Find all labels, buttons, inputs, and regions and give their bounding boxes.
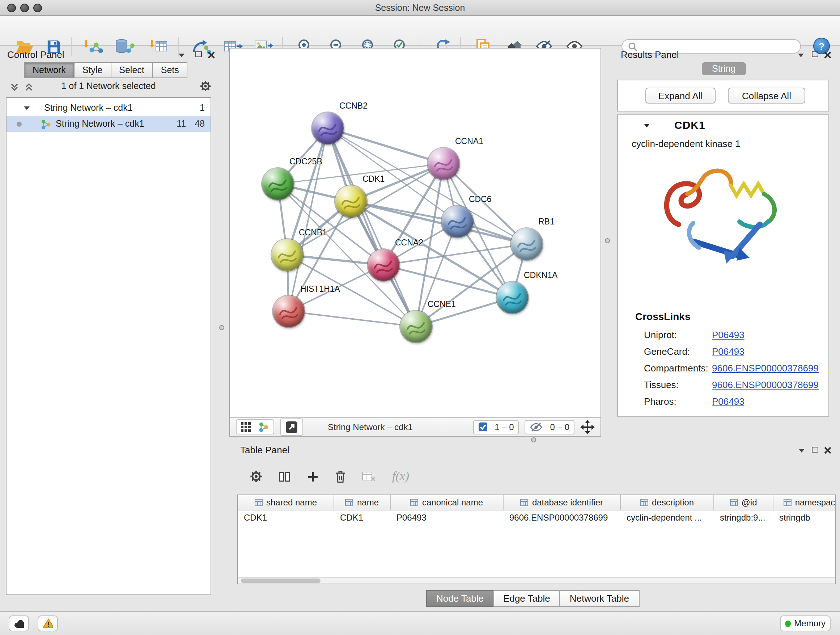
network-view: CCNB2CCNA1CDC25BCDK1CDC6RB1CCNB1CCNA2CDK… (229, 48, 601, 437)
scrollbar-thumb[interactable] (241, 578, 321, 583)
delete-table-icon-disabled[interactable] (362, 470, 376, 482)
protein-disclosure-icon[interactable] (644, 124, 650, 127)
column-header--id[interactable]: @id (714, 495, 774, 510)
crosslink-value-link[interactable]: 9606.ENSP00000378699 (712, 379, 819, 390)
network-node-hist1h1a[interactable] (273, 295, 305, 327)
column-header-icon (783, 499, 791, 506)
move-crosshair-icon[interactable] (580, 420, 595, 434)
table-cell[interactable]: CDK1 (238, 510, 334, 525)
tree-disclosure-icon[interactable] (24, 106, 30, 110)
table-cell[interactable]: stringdb:9... (714, 510, 774, 525)
warning-status-button[interactable] (38, 616, 58, 631)
column-header-database-identifier[interactable]: database identifier (504, 495, 621, 510)
expand-all-button[interactable]: Expand All (645, 88, 715, 103)
close-panel-icon[interactable] (208, 51, 215, 59)
network-node-ccna1[interactable] (428, 148, 459, 180)
collapse-all-button[interactable]: Collapse All (728, 88, 805, 103)
table-cell[interactable]: cyclin-dependent ... (621, 510, 714, 525)
network-node-cdkn1a[interactable] (496, 282, 528, 314)
network-node-ccnb2[interactable] (312, 112, 344, 144)
status-bar: Memory (0, 611, 840, 635)
crosslink-value-link[interactable]: P06493 (712, 346, 745, 357)
protein-ribbon-glyph (368, 249, 399, 281)
close-panel-icon[interactable] (824, 447, 831, 454)
results-panel: Results Panel String Expand All Collapse… (615, 48, 837, 435)
network-node-rb1[interactable] (511, 228, 543, 260)
table-panel-header: Table Panel (232, 443, 837, 459)
column-header-shared-name[interactable]: shared name (238, 495, 334, 510)
float-panel-icon[interactable] (812, 447, 818, 453)
network-node-cdc25b[interactable] (262, 168, 294, 200)
warning-icon (43, 618, 53, 629)
table-cell[interactable]: CDK1 (334, 510, 391, 525)
memory-button[interactable]: Memory (780, 616, 831, 631)
tab-network-table[interactable]: Network Table (560, 590, 639, 607)
column-header-label: name (357, 497, 379, 508)
grid-view-icon[interactable] (241, 422, 251, 432)
network-row-selected[interactable]: String Network – cdk1 11 48 (6, 116, 210, 132)
network-node-label: CDKN1A (524, 271, 557, 279)
cloud-icon (14, 619, 24, 628)
app-window: Session: New Session (0, 0, 840, 635)
network-node-cdk1[interactable] (335, 185, 367, 217)
network-node-ccna2[interactable] (368, 249, 399, 281)
network-node-ccnb1[interactable] (271, 239, 303, 271)
float-panel-icon[interactable] (812, 51, 818, 57)
delete-column-trash-icon[interactable] (335, 470, 346, 483)
crosslink-row: GeneCard:P06493 (618, 343, 829, 360)
column-header-label: description (652, 497, 694, 508)
network-canvas[interactable]: CCNB2CCNA1CDC25BCDK1CDC6RB1CCNB1CCNA2CDK… (230, 49, 600, 417)
tab-node-table[interactable]: Node Table (426, 590, 494, 607)
network-collection-row[interactable]: String Network – cdk1 1 (6, 100, 210, 116)
close-panel-icon[interactable] (824, 51, 831, 59)
tab-network[interactable]: Network (24, 62, 74, 78)
memory-status-dot (785, 620, 790, 627)
function-builder-fx-icon[interactable]: f(x) (392, 469, 409, 484)
column-header-icon (255, 499, 263, 506)
open-in-new-icon[interactable] (285, 420, 298, 433)
collapse-panel-icon[interactable] (798, 54, 804, 57)
crosslink-value-link[interactable]: P06493 (712, 396, 745, 407)
bottom-splitter-handle[interactable] (531, 437, 536, 442)
network-node-ccne1[interactable] (400, 310, 432, 342)
table-panel-title: Table Panel (240, 445, 289, 455)
tab-sets[interactable]: Sets (152, 62, 188, 78)
float-panel-icon[interactable] (195, 51, 202, 57)
results-panel-title: Results Panel (621, 49, 679, 60)
table-cell[interactable]: P06493 (391, 510, 504, 525)
view-mode-group (236, 419, 274, 434)
selected-checkbox-icon[interactable] (478, 422, 487, 432)
table-data-row[interactable]: CDK1CDK1P064939606.ENSP00000378699cyclin… (238, 510, 835, 525)
left-splitter-handle[interactable] (219, 325, 224, 330)
column-header-namespac[interactable]: namespac (774, 495, 836, 510)
hidden-eye-icon[interactable] (530, 422, 543, 432)
hidden-counts: 0 – 0 (550, 422, 569, 432)
show-columns-icon[interactable] (279, 470, 291, 483)
cloud-status-button[interactable] (9, 616, 29, 631)
column-header-canonical-name[interactable]: canonical name (391, 495, 504, 510)
string-view-icon[interactable] (258, 421, 269, 432)
network-node-cdc6[interactable] (441, 206, 473, 238)
right-splitter-handle[interactable] (605, 238, 610, 243)
column-header-description[interactable]: description (621, 495, 714, 510)
horizontal-scrollbar[interactable] (238, 577, 835, 584)
table-cell[interactable]: stringdb (774, 510, 836, 525)
network-node-label: CDC6 (469, 195, 492, 203)
gear-icon[interactable] (200, 80, 211, 92)
crosslink-label: Pharos: (644, 396, 712, 407)
tab-string[interactable]: String (702, 62, 745, 75)
tab-style[interactable]: Style (74, 62, 111, 78)
tab-select[interactable]: Select (111, 62, 153, 78)
crosslink-value-link[interactable]: 9606.ENSP00000378699 (712, 363, 819, 374)
selected-counts-group: 1 – 0 (473, 420, 519, 434)
collapse-panel-icon[interactable] (799, 449, 805, 453)
create-column-plus-icon[interactable] (307, 470, 319, 483)
network-node-label: HIST1H1A (300, 285, 340, 293)
collapse-panel-icon[interactable] (179, 54, 185, 57)
table-settings-gear-icon[interactable] (249, 470, 263, 483)
crosslink-value-link[interactable]: P06493 (712, 329, 745, 340)
tab-edge-table[interactable]: Edge Table (493, 590, 561, 607)
table-cell[interactable]: 9606.ENSP00000378699 (504, 510, 621, 525)
column-header-name[interactable]: name (334, 495, 391, 510)
protein-ribbon-glyph (312, 112, 344, 144)
